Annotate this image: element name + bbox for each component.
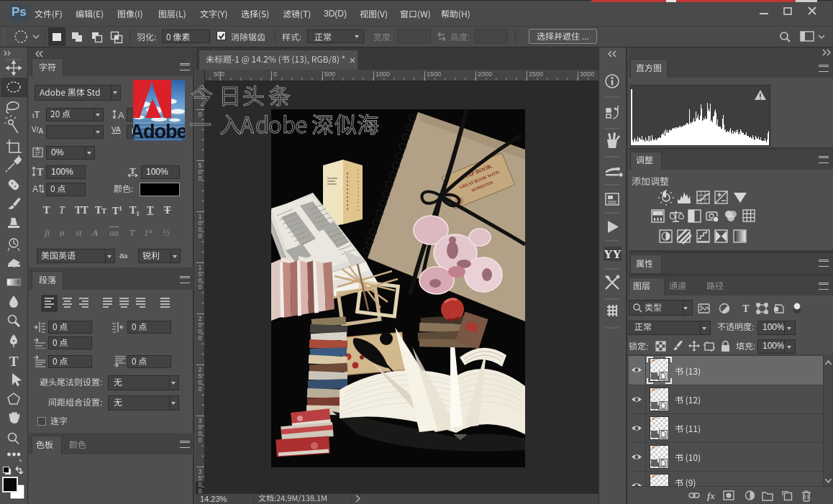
svg-text:2000: 2000 bbox=[478, 70, 492, 78]
svg-text:T: T bbox=[37, 167, 44, 178]
svg-text:YY: YY bbox=[604, 247, 622, 261]
svg-text:0: 0 bbox=[198, 175, 201, 182]
svg-text:A: A bbox=[118, 110, 124, 120]
svg-text:0: 0 bbox=[198, 283, 201, 290]
svg-text:500: 500 bbox=[214, 70, 224, 78]
svg-text:T: T bbox=[9, 354, 19, 369]
svg-text:1500: 1500 bbox=[427, 70, 441, 78]
svg-text:0: 0 bbox=[198, 111, 201, 118]
svg-text:0: 0 bbox=[273, 70, 277, 78]
svg-text:0: 0 bbox=[198, 436, 201, 444]
svg-text:1000: 1000 bbox=[375, 70, 390, 78]
svg-text:fx: fx bbox=[707, 490, 715, 501]
svg-text:0: 0 bbox=[198, 334, 201, 342]
svg-text:T: T bbox=[129, 166, 136, 176]
svg-text:3000: 3000 bbox=[580, 70, 594, 78]
svg-text:2500: 2500 bbox=[529, 70, 543, 78]
svg-text:T: T bbox=[742, 303, 750, 314]
svg-text:0: 0 bbox=[198, 232, 201, 239]
svg-text:0: 0 bbox=[198, 487, 201, 493]
svg-text:0: 0 bbox=[198, 385, 201, 393]
svg-text:500: 500 bbox=[324, 70, 335, 78]
svg-text:A: A bbox=[32, 184, 38, 194]
svg-text:Adobe: Adobe bbox=[133, 121, 185, 141]
